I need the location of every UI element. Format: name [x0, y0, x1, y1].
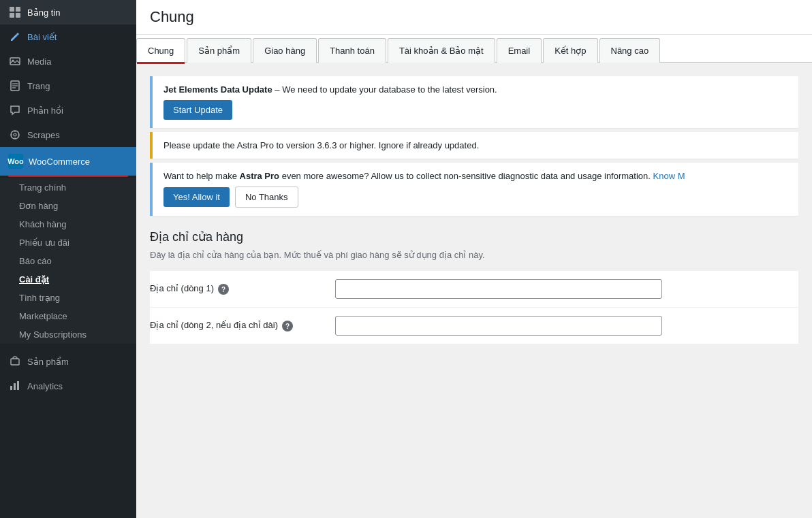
sidebar-item-label: Trang — [27, 81, 50, 91]
address2-label: Địa chỉ (dòng 2, nếu địa chỉ dài) ? — [150, 316, 327, 331]
sidebar-item-phan-hoi[interactable]: Phản hồi — [0, 98, 136, 123]
tab-giao-hang[interactable]: Giao hàng — [253, 38, 317, 63]
notice-jet-text: Jet Elements Data Update – We need to up… — [163, 84, 787, 95]
main-content: Chung Chung Sản phẩm Giao hàng Thanh toá… — [136, 0, 812, 518]
address2-input[interactable] — [335, 316, 662, 336]
svg-rect-19 — [17, 381, 19, 390]
submenu-khach-hang[interactable]: Khách hàng — [0, 215, 136, 233]
store-address-desc: Đây là địa chỉ cửa hàng của bạn. Mức thu… — [150, 250, 798, 260]
address2-help-icon[interactable]: ? — [282, 321, 293, 331]
tab-ket-hop[interactable]: Kết hợp — [543, 38, 597, 63]
tab-nang-cao[interactable]: Nâng cao — [599, 38, 661, 63]
address1-field — [335, 279, 798, 299]
svg-rect-1 — [16, 7, 20, 12]
svg-rect-18 — [14, 383, 16, 390]
address1-input[interactable] — [335, 279, 662, 299]
submenu-don-hang[interactable]: Đơn hàng — [0, 197, 136, 215]
astra-allow-text-after: even more awesome? Allow us to collect n… — [279, 171, 653, 181]
sidebar-item-san-pham[interactable]: Sản phẩm — [0, 349, 136, 374]
form-row-address2: Địa chỉ (dòng 2, nếu địa chỉ dài) ? — [150, 308, 798, 344]
sidebar-item-analytics[interactable]: Analytics — [0, 374, 136, 398]
woo-submenu: Trang chính Đơn hàng Khách hàng Phiếu ưu… — [0, 178, 136, 344]
media-icon — [8, 54, 22, 68]
store-address-form: Địa chỉ (dòng 1) ? Địa chỉ (dòng 2, nếu … — [150, 271, 798, 344]
svg-rect-2 — [10, 13, 14, 18]
sidebar-item-bang-tin[interactable]: Bảng tin — [0, 0, 136, 25]
submenu-tinh-trang[interactable]: Tình trạng — [0, 289, 136, 307]
sidebar-item-label: Bảng tin — [27, 7, 60, 18]
woo-underline — [8, 176, 128, 177]
sidebar-item-media[interactable]: Media — [0, 49, 136, 74]
store-address-title: Địa chỉ cửa hàng — [150, 229, 798, 244]
svg-rect-0 — [10, 7, 14, 12]
submenu-phieu-uu-dai[interactable]: Phiếu ưu đãi — [0, 233, 136, 252]
astra-allow-bold: Astra Pro — [240, 171, 280, 181]
woo-badge: Woo — [8, 154, 23, 169]
address1-label: Địa chỉ (dòng 1) ? — [150, 279, 327, 295]
start-update-button[interactable]: Start Update — [163, 100, 232, 120]
content-area: Jet Elements Data Update – We need to up… — [136, 63, 812, 358]
astra-warning-text: Please update the Astra Pro to version 3… — [163, 140, 479, 150]
address2-field — [335, 316, 798, 336]
comment-icon — [8, 103, 22, 117]
sidebar-item-label: Scrapes — [27, 130, 60, 140]
dashboard-icon — [8, 5, 22, 19]
tab-email[interactable]: Email — [497, 38, 542, 63]
notice-astra-allow: Want to help make Astra Pro even more aw… — [150, 163, 798, 216]
astra-allow-link[interactable]: Know M — [653, 171, 685, 181]
form-row-address1: Địa chỉ (dòng 1) ? — [150, 271, 798, 308]
submenu-trang-chinh[interactable]: Trang chính — [0, 178, 136, 197]
astra-allow-text-before: Want to help make — [163, 171, 240, 181]
yes-allow-button[interactable]: Yes! Allow it — [163, 187, 230, 207]
astra-allow-text: Want to help make Astra Pro even more aw… — [163, 171, 787, 181]
sidebar-item-trang[interactable]: Trang — [0, 74, 136, 98]
sidebar-item-label: Phản hồi — [27, 106, 63, 116]
analytics-icon — [8, 379, 22, 393]
page-title: Chung — [136, 0, 812, 35]
submenu-my-subscriptions[interactable]: My Subscriptions — [0, 325, 136, 344]
svg-rect-4 — [10, 58, 20, 65]
sidebar-item-label: Sản phẩm — [27, 357, 69, 367]
notice-jet-elements: Jet Elements Data Update – We need to up… — [150, 76, 798, 128]
tab-tai-khoan-bao-mat[interactable]: Tài khoản & Bảo mật — [388, 38, 495, 63]
sidebar-item-label: Bài viết — [27, 32, 57, 42]
notice-jet-bold: Jet Elements Data Update — [163, 84, 272, 95]
tab-thanh-toan[interactable]: Thanh toán — [318, 38, 386, 63]
sidebar-item-scrapes[interactable]: Scrapes — [0, 123, 136, 147]
tabs-bar: Chung Sản phẩm Giao hàng Thanh toán Tài … — [136, 35, 812, 63]
submenu-marketplace[interactable]: Marketplace — [0, 307, 136, 325]
address1-help-icon[interactable]: ? — [218, 284, 229, 295]
scrapes-icon — [8, 128, 22, 142]
sidebar: Bảng tin Bài viết Media — [0, 0, 136, 518]
notice-astra-warning: Please update the Astra Pro to version 3… — [150, 132, 798, 159]
svg-point-11 — [14, 133, 16, 136]
sidebar-item-label: Media — [27, 56, 51, 67]
sidebar-item-bai-viet[interactable]: Bài viết — [0, 25, 136, 49]
tab-chung[interactable]: Chung — [136, 38, 185, 63]
sidebar-item-woocommerce[interactable]: Woo WooCommerce — [0, 147, 136, 176]
settings-tabs: Chung Sản phẩm Giao hàng Thanh toán Tài … — [136, 35, 812, 63]
svg-rect-16 — [11, 359, 19, 365]
submenu-bao-cao[interactable]: Báo cáo — [0, 252, 136, 270]
page-icon — [8, 79, 22, 93]
edit-icon — [8, 30, 22, 44]
tab-san-pham[interactable]: Sản phẩm — [187, 38, 251, 63]
product-icon — [8, 355, 22, 368]
notice-jet-desc: – We need to update your database to the… — [272, 84, 497, 95]
sidebar-item-label: Analytics — [27, 381, 63, 391]
no-thanks-button[interactable]: No Thanks — [235, 187, 298, 208]
svg-rect-17 — [10, 386, 12, 390]
submenu-cai-dat[interactable]: Cài đặt — [0, 270, 136, 289]
svg-rect-3 — [16, 13, 20, 18]
woocommerce-label: WooCommerce — [29, 157, 90, 167]
